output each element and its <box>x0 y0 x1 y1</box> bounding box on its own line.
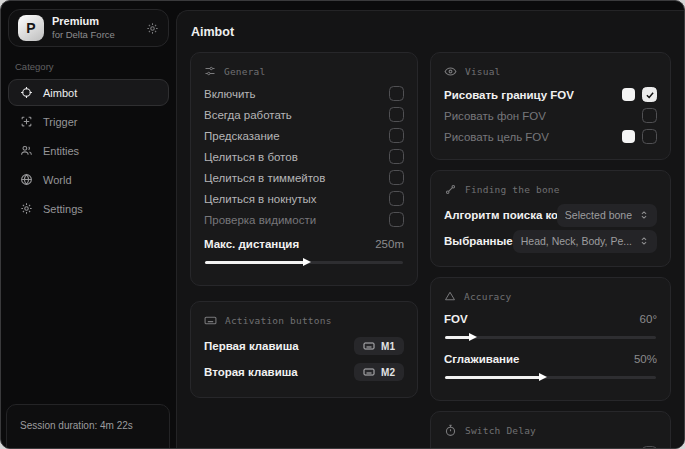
fov-border-color-swatch[interactable] <box>622 88 635 101</box>
target-bots-checkbox[interactable] <box>389 149 404 164</box>
setting-label: Выбранные кос <box>444 235 513 247</box>
stopwatch-icon <box>444 424 457 437</box>
second-key-button[interactable]: M2 <box>354 363 404 381</box>
app-title: Premium <box>52 15 115 29</box>
keybind-row: Вторая клавиша M2 <box>204 359 404 385</box>
general-panel: General Включить Всегда работать Предска… <box>190 52 418 286</box>
always-work-checkbox[interactable] <box>389 107 404 122</box>
setting-label: Целиться в ботов <box>204 151 298 163</box>
sidebar-item-label: Entities <box>43 145 79 157</box>
target-knocked-checkbox[interactable] <box>389 191 404 206</box>
selected-value: Head, Neck, Body, Pe... <box>521 235 632 247</box>
setting-row: FOV 60° <box>444 308 657 329</box>
max-distance-value: 250m <box>375 238 404 250</box>
app-logo: P <box>18 15 44 41</box>
sidebar-item-settings[interactable]: Settings <box>8 195 169 222</box>
fov-target-color-swatch[interactable] <box>622 130 635 143</box>
section-title: Finding the bone <box>465 184 560 195</box>
draw-fov-target-checkbox[interactable] <box>642 129 657 144</box>
section-title: General <box>224 66 265 77</box>
sidebar-item-label: World <box>43 174 72 186</box>
keybind-value: M2 <box>381 367 395 378</box>
draw-fov-background-checkbox[interactable] <box>642 108 657 123</box>
sidebar: P Premium for Delta Force Category Aimbo… <box>1 1 176 448</box>
smoothing-slider[interactable] <box>445 371 656 384</box>
fov-value: 60° <box>640 313 657 325</box>
page-title: Aimbot <box>191 25 671 39</box>
unfold-icon <box>639 236 649 246</box>
sidebar-header: P Premium for Delta Force <box>8 9 169 47</box>
prediction-checkbox[interactable] <box>389 128 404 143</box>
setting-row: Выбранные кос Head, Neck, Body, Pe... <box>444 228 657 254</box>
switch-delay-panel: Switch Delay Задержка переключения Задер… <box>430 411 671 449</box>
setting-label: Целиться в нокнутых <box>204 193 317 205</box>
setting-row: Рисовать фон FOV <box>444 105 657 126</box>
trigger-icon <box>20 115 33 128</box>
triangle-icon <box>444 290 456 302</box>
setting-label: Проверка видимости <box>204 214 316 226</box>
setting-label: Предсказание <box>204 130 280 142</box>
setting-row: Целиться в нокнутых <box>204 188 404 209</box>
sidebar-item-world[interactable]: World <box>8 166 169 193</box>
selected-bones-select[interactable]: Head, Neck, Body, Pe... <box>513 230 657 253</box>
users-icon <box>20 144 33 157</box>
setting-label: Целиться в тиммейтов <box>204 172 325 184</box>
enable-checkbox[interactable] <box>389 86 404 101</box>
draw-fov-border-checkbox[interactable] <box>642 87 657 102</box>
setting-label: Рисовать цель FOV <box>444 131 549 143</box>
setting-row: Рисовать цель FOV <box>444 126 657 147</box>
bone-icon <box>444 183 457 196</box>
sidebar-item-label: Trigger <box>43 116 77 128</box>
gear-icon <box>20 202 33 215</box>
section-title: Activation buttons <box>225 315 332 326</box>
finding-bone-panel: Finding the bone Алгоритм поиска кост Se… <box>430 170 671 267</box>
section-title: Visual <box>465 66 501 77</box>
session-duration-box: Session duration: 4m 22s <box>6 404 170 449</box>
setting-row: Проверка видимости <box>204 209 404 230</box>
setting-row: Целиться в тиммейтов <box>204 167 404 188</box>
setting-row: Целиться в ботов <box>204 146 404 167</box>
keybind-value: M1 <box>381 341 395 352</box>
keybind-row: Первая клавиша M1 <box>204 333 404 359</box>
accuracy-panel: Accuracy FOV 60° Сглаживание 50% <box>430 277 671 401</box>
update-gear-icon[interactable] <box>146 22 159 35</box>
unfold-icon <box>639 210 649 220</box>
selected-value: Selected bone <box>565 209 632 221</box>
keyboard-icon <box>363 340 375 352</box>
sidebar-item-label: Aimbot <box>43 87 77 99</box>
setting-label: Рисовать фон FOV <box>444 110 546 122</box>
sidebar-item-trigger[interactable]: Trigger <box>8 108 169 135</box>
setting-label: Всегда работать <box>204 109 292 121</box>
setting-label: Рисовать границу FOV <box>444 89 574 101</box>
slider-thumb-icon[interactable] <box>469 333 477 341</box>
setting-row: Включить <box>204 83 404 104</box>
setting-label: Сглаживание <box>444 353 519 365</box>
target-teammates-checkbox[interactable] <box>389 170 404 185</box>
visibility-check-checkbox[interactable] <box>389 212 404 227</box>
main-content: Aimbot General Включить <box>176 10 684 448</box>
fov-slider[interactable] <box>445 331 656 344</box>
sidebar-item-entities[interactable]: Entities <box>8 137 169 164</box>
slider-thumb-icon[interactable] <box>303 258 311 266</box>
setting-row: Сглаживание 50% <box>444 348 657 369</box>
setting-label: FOV <box>444 313 468 325</box>
smoothing-value: 50% <box>634 353 657 365</box>
setting-row: Предсказание <box>204 125 404 146</box>
bone-algorithm-select[interactable]: Selected bone <box>557 204 657 227</box>
section-title: Switch Delay <box>465 425 536 436</box>
app-window: P Premium for Delta Force Category Aimbo… <box>0 0 685 449</box>
slider-thumb-icon[interactable] <box>539 373 547 381</box>
section-title: Accuracy <box>464 291 511 302</box>
setting-label: Макс. дистанция <box>204 238 299 250</box>
max-distance-slider[interactable] <box>205 256 403 269</box>
first-key-button[interactable]: M1 <box>354 337 404 355</box>
setting-row: Алгоритм поиска кост Selected bone <box>444 202 657 228</box>
setting-row: Рисовать границу FOV <box>444 84 657 105</box>
keyboard-icon <box>363 366 375 378</box>
category-label: Category <box>15 61 162 72</box>
activation-buttons-panel: Activation buttons Первая клавиша M1 Вто… <box>190 301 418 398</box>
app-subtitle: for Delta Force <box>52 29 115 41</box>
sidebar-item-aimbot[interactable]: Aimbot <box>8 79 169 106</box>
sliders-icon <box>204 65 216 77</box>
visual-panel: Visual Рисовать границу FOV Рисовать фон… <box>430 52 671 160</box>
